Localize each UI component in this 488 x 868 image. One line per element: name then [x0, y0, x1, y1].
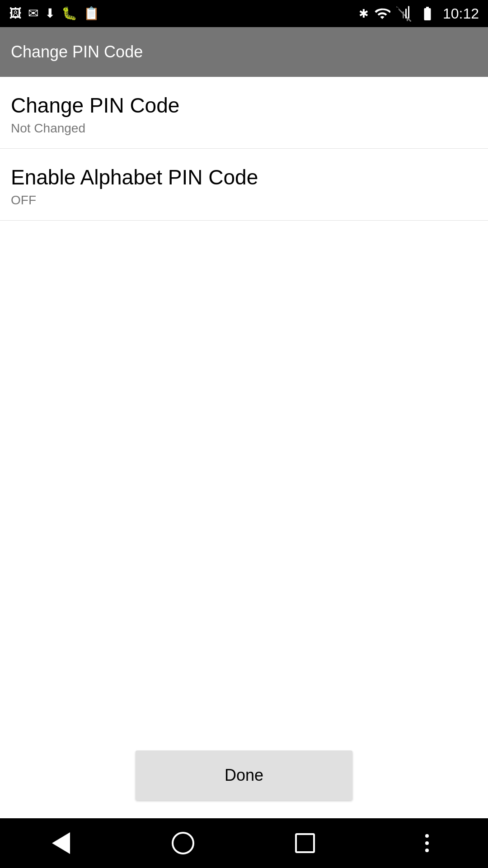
change-pin-title: Change PIN Code — [11, 93, 477, 118]
toolbar-title: Change PIN Code — [11, 42, 143, 61]
battery-icon — [418, 5, 437, 22]
home-icon — [172, 832, 194, 854]
bug-icon: 🐛 — [61, 7, 77, 20]
wifi-icon — [374, 5, 390, 22]
dot-1 — [425, 834, 429, 838]
enable-alphabet-pin-item[interactable]: Enable Alphabet PIN Code OFF — [0, 149, 488, 221]
toolbar: Change PIN Code — [0, 27, 488, 77]
back-icon — [52, 832, 70, 854]
nav-home-button[interactable] — [165, 825, 201, 861]
empty-space — [0, 221, 488, 750]
status-bar: 🖼 ✉ ⬇ 🐛 📋 ✱ 10:12 — [0, 0, 488, 27]
download-icon: ⬇ — [45, 7, 55, 20]
enable-alphabet-pin-subtitle: OFF — [11, 193, 477, 208]
photo-icon: 🖼 — [9, 7, 22, 20]
nav-more-button[interactable] — [409, 825, 445, 861]
mail-icon: ✉ — [28, 7, 38, 20]
done-button-container: Done — [0, 750, 488, 818]
signal-icon — [396, 5, 412, 22]
enable-alphabet-pin-title: Enable Alphabet PIN Code — [11, 165, 477, 189]
nav-bar — [0, 818, 488, 868]
clipboard-icon: 📋 — [84, 7, 99, 20]
dot-3 — [425, 849, 429, 852]
done-button[interactable]: Done — [136, 750, 352, 800]
recents-icon — [295, 833, 315, 853]
nav-recents-button[interactable] — [287, 825, 323, 861]
bluetooth-icon: ✱ — [359, 8, 369, 19]
status-bar-system: ✱ 10:12 — [359, 5, 479, 22]
change-pin-subtitle: Not Changed — [11, 121, 477, 136]
content-area: Change PIN Code Not Changed Enable Alpha… — [0, 77, 488, 818]
change-pin-item[interactable]: Change PIN Code Not Changed — [0, 77, 488, 149]
status-time: 10:12 — [443, 5, 479, 22]
dot-2 — [425, 841, 429, 845]
more-icon — [425, 834, 429, 852]
nav-back-button[interactable] — [43, 825, 79, 861]
status-bar-notifications: 🖼 ✉ ⬇ 🐛 📋 — [9, 7, 99, 20]
